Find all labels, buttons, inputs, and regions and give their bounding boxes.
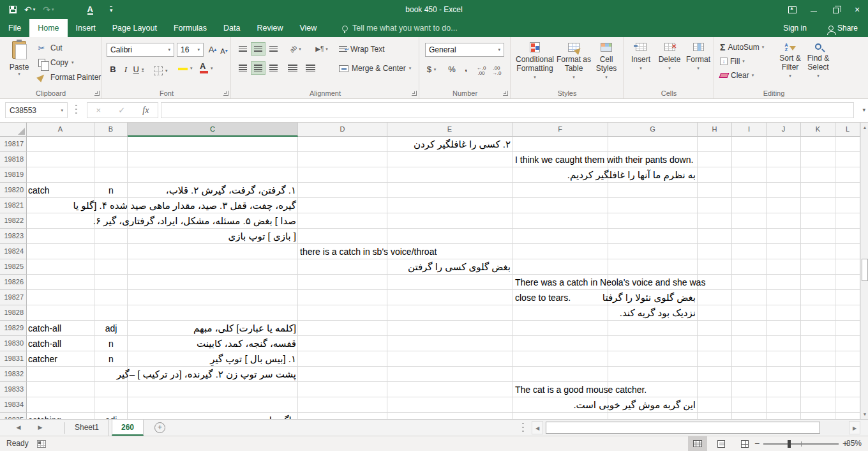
column-header-F[interactable]: F [513, 123, 608, 137]
row-header-19834[interactable]: 19834 [0, 397, 27, 413]
fill-color-button[interactable]: ▾ [178, 61, 193, 75]
ribbon-tab-insert[interactable]: Insert [68, 19, 104, 37]
align-center-button[interactable] [251, 61, 266, 75]
cell-text-r19827[interactable]: close to tears. [515, 290, 571, 305]
row-header-19821[interactable]: 19821 [0, 198, 27, 213]
wrap-text-button[interactable]: Wrap Text [339, 42, 385, 56]
sort-filter-button[interactable]: AZ Sort & Filter▾ [776, 43, 804, 80]
cell-text-r19833[interactable]: The cat is a good mouse catcher. [515, 382, 647, 397]
format-as-table-button[interactable]: Format as Table▾ [556, 43, 592, 82]
sheet-nav-prev-icon[interactable]: ◀ [11, 420, 26, 436]
column-header-H[interactable]: H [698, 123, 732, 137]
sheet-grid[interactable]: ABCDEFGHIJKL1981719818198191982019821198… [0, 123, 860, 419]
cell-text-r19835[interactable]: catching [28, 413, 61, 419]
cell-text-r19825[interactable]: بغض گلوی کسی را گرفتن [408, 259, 511, 275]
horizontal-scroll-thumb[interactable] [546, 422, 820, 434]
cell-text-r19830[interactable]: catch-all [28, 336, 61, 351]
cell-text-r19829[interactable]: [کلمه یا عبارت] کلی، مبهم [193, 321, 296, 336]
zoom-level[interactable]: 85% [846, 439, 862, 448]
cell-text-r19828[interactable]: نزدیک بود گریه کند. [620, 305, 696, 321]
cell-text-r19831[interactable]: catcher [28, 351, 57, 367]
cell-text-r19821[interactable]: گیره، چفت، قفل ۳. صید، مقدار ماهی صید شد… [73, 198, 296, 213]
zoom-slider-thumb[interactable] [788, 440, 791, 448]
underline-button[interactable]: U▾ [132, 63, 145, 76]
cell-text-r19823[interactable]: [ بازی ] توپ بازی [228, 229, 296, 244]
row-header-19830[interactable]: 19830 [0, 336, 27, 351]
column-header-D[interactable]: D [298, 123, 387, 137]
vertical-scrollbar[interactable]: ▲ ▼ [860, 123, 868, 419]
ribbon-tab-page-layout[interactable]: Page Layout [104, 19, 165, 37]
row-header-19818[interactable]: 19818 [0, 152, 27, 167]
ribbon-tab-formulas[interactable]: Formulas [165, 19, 215, 37]
column-header-J[interactable]: J [767, 123, 801, 137]
macro-record-icon[interactable] [37, 440, 46, 448]
column-header-B[interactable]: B [94, 123, 128, 137]
ribbon-tab-home[interactable]: Home [29, 19, 67, 37]
cut-button[interactable]: ✂Cut [36, 41, 101, 55]
cell-text-r19829[interactable]: adj [86, 321, 137, 336]
format-painter-button[interactable]: Format Painter [36, 70, 101, 84]
column-header-E[interactable]: E [387, 123, 513, 137]
cell-text-r19820[interactable]: catch [28, 183, 49, 198]
row-header-19833[interactable]: 19833 [0, 382, 27, 397]
cell-text-r19820[interactable]: ۱. گرفتن، گرفت، گیرش ۲. قلاب، [166, 183, 296, 198]
select-all-corner[interactable] [0, 123, 27, 137]
column-header-C[interactable]: C [128, 123, 298, 137]
font-size-combo[interactable]: 16▾ [177, 43, 204, 57]
cell-text-r19817[interactable]: ۲. کسی را غافلگیر کردن [414, 137, 511, 152]
sheet-nav-next-icon[interactable]: ▶ [33, 420, 47, 436]
bottom-align-button[interactable] [266, 42, 281, 56]
autosum-button[interactable]: ΣAutoSum▾ [720, 41, 764, 54]
comma-style-button[interactable]: , [460, 61, 472, 75]
alignment-dialog-launcher[interactable] [412, 91, 417, 96]
cell-styles-button[interactable]: Cell Styles▾ [592, 43, 621, 82]
row-header-19822[interactable]: 19822 [0, 213, 27, 229]
cell-text-r19822[interactable]: صدا ] بغض ۵. مسئله، مشکل، ایراد، گرفتاری… [93, 213, 296, 229]
page-layout-view-button[interactable] [712, 436, 731, 451]
row-header-19819[interactable]: 19819 [0, 167, 27, 183]
grow-font-button[interactable]: A▴ [206, 43, 219, 56]
ribbon-display-options-button[interactable] [781, 0, 803, 19]
vertical-scroll-thumb[interactable] [862, 259, 868, 281]
row-header-19835[interactable]: 19835 [0, 413, 27, 419]
row-header-19828[interactable]: 19828 [0, 305, 27, 321]
increase-decimal-button[interactable]: ←.0.00 [475, 64, 488, 77]
name-box-splitter[interactable] [75, 105, 77, 116]
cell-text-r19835[interactable]: adj [86, 413, 137, 419]
merge-center-button[interactable]: Merge & Center▾ [339, 61, 411, 75]
paste-button[interactable]: Paste ▾ [5, 41, 33, 87]
horizontal-scrollbar[interactable]: ◀ ▶ [532, 421, 860, 434]
italic-button[interactable]: I [119, 63, 132, 76]
tell-me-box[interactable]: Tell me what you want to do... [342, 19, 458, 37]
number-dialog-launcher[interactable] [503, 91, 508, 96]
minimize-button[interactable] [803, 0, 825, 19]
scroll-down-icon[interactable]: ▼ [861, 409, 868, 419]
normal-view-button[interactable] [688, 436, 707, 451]
ribbon-tab-file[interactable]: File [0, 19, 29, 37]
cell-text-r19826[interactable]: There was a catch in Neola's voice and s… [515, 275, 705, 290]
cell-text-r19824[interactable]: there is a catch in sb's voice/throat [300, 244, 437, 259]
find-select-button[interactable]: Find & Select▾ [804, 43, 832, 80]
formula-input[interactable] [161, 102, 854, 118]
cell-text-r19829[interactable]: catch-all [28, 321, 61, 336]
decrease-indent-button[interactable] [285, 61, 300, 75]
font-dialog-launcher[interactable] [223, 91, 228, 96]
column-header-G[interactable]: G [608, 123, 698, 137]
scroll-left-icon[interactable]: ◀ [532, 421, 543, 434]
row-header-19827[interactable]: 19827 [0, 290, 27, 305]
borders-button[interactable]: ▾ [154, 64, 168, 77]
row-header-19817[interactable]: 19817 [0, 137, 27, 152]
zoom-out-icon[interactable]: − [754, 438, 760, 448]
row-header-19826[interactable]: 19826 [0, 275, 27, 290]
insert-cells-button[interactable]: Insert▾ [628, 43, 654, 73]
delete-cells-button[interactable]: Delete▾ [656, 43, 683, 73]
clear-button[interactable]: Clear▾ [720, 69, 754, 82]
tab-scroll-splitter[interactable] [522, 423, 524, 433]
align-left-button[interactable] [236, 61, 250, 75]
cell-text-r19834[interactable]: این گربه موش گیر خوبی است. [573, 397, 696, 413]
middle-align-button[interactable] [251, 42, 266, 56]
row-header-19832[interactable]: 19832 [0, 367, 27, 382]
font-family-combo[interactable]: Calibri▾ [107, 43, 174, 57]
formula-bar-expand-icon[interactable]: ▾ [862, 107, 865, 113]
row-header-19820[interactable]: 19820 [0, 183, 27, 198]
